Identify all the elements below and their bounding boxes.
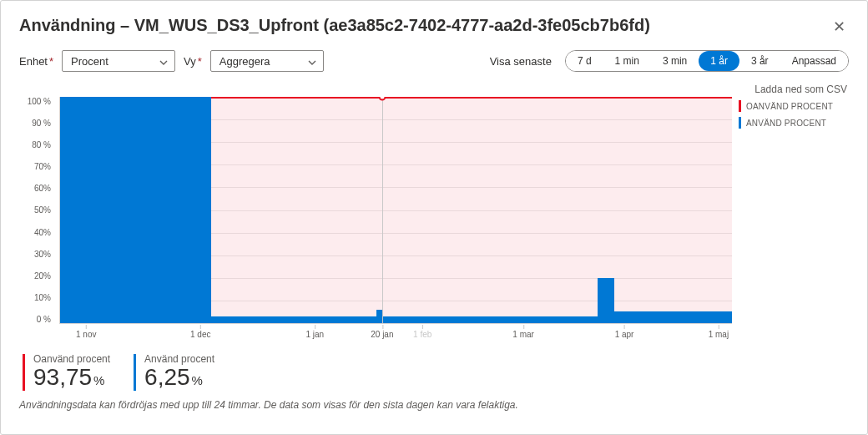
stats-row: Oanvänd procent 93,75% Använd procent 6,… [19, 354, 849, 391]
controls-row: Enhet* Procent Vy* Aggregera Visa senast… [19, 50, 849, 72]
unit-select-value: Procent [71, 55, 108, 68]
unit-label: Enhet* [19, 55, 53, 68]
chevron-down-icon [308, 55, 316, 68]
footer-note: Användningsdata kan fördröjas med upp ti… [19, 399, 849, 411]
panel-header: Användning – VM_WUS_DS3_Upfront (ae3a85c… [19, 16, 849, 50]
view-select-value: Aggregera [220, 55, 270, 68]
legend-unused[interactable]: OANVÄND PROCENT [739, 100, 849, 112]
close-icon[interactable]: ✕ [830, 16, 849, 38]
chevron-down-icon [159, 55, 168, 68]
time-range-option[interactable]: 3 år [739, 51, 780, 71]
usage-panel: Användning – VM_WUS_DS3_Upfront (ae3a85c… [0, 0, 868, 435]
page-title: Användning – VM_WUS_DS3_Upfront (ae3a85c… [19, 16, 650, 35]
time-range-option[interactable]: 1 min [603, 51, 651, 71]
chart-plot[interactable] [59, 97, 732, 324]
legend-swatch-red [739, 100, 741, 112]
view-label: Vy* [184, 55, 202, 68]
time-range-option[interactable]: Anpassad [780, 51, 848, 71]
range-label: Visa senaste [490, 55, 552, 68]
y-axis-labels: 100 %90 %80 %70%60%50%40%30%20%10%0 % [19, 97, 56, 324]
time-range-option[interactable]: 7 d [566, 51, 603, 71]
legend: OANVÄND PROCENT ANVÄND PROCENT [732, 97, 849, 134]
chart-area: 100 %90 %80 %70%60%50%40%30%20%10%0 % 1 … [19, 97, 732, 339]
view-select[interactable]: Aggregera [210, 50, 324, 72]
legend-used[interactable]: ANVÄND PROCENT [739, 117, 849, 129]
time-range-picker: 7 d1 min3 min1 år3 årAnpassad [565, 50, 849, 72]
download-csv-link[interactable]: Ladda ned som CSV [19, 83, 849, 95]
chart-wrap: 100 %90 %80 %70%60%50%40%30%20%10%0 % 1 … [19, 97, 849, 339]
time-range-option[interactable]: 3 min [651, 51, 699, 71]
stat-unused: Oanvänd procent 93,75% [23, 354, 110, 391]
unit-select[interactable]: Procent [62, 50, 175, 72]
time-range-option[interactable]: 1 år [699, 51, 739, 71]
stat-used: Använd procent 6,25% [134, 354, 214, 391]
legend-swatch-blue [739, 117, 741, 129]
x-axis-labels: 1 nov1 dec1 jan20 jan1 feb1 mar1 apr1 ma… [59, 326, 732, 339]
